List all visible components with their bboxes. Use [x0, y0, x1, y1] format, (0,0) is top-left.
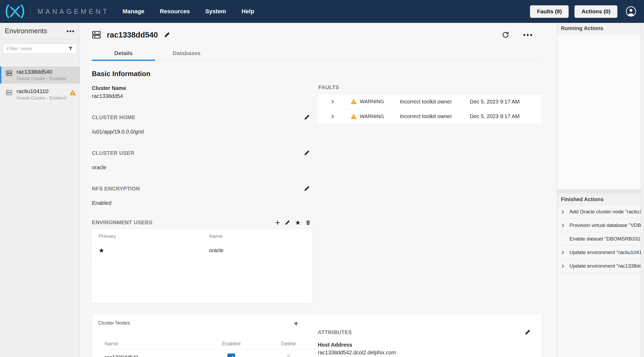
nfs-encryption-section: NFS ENCRYPTION Enabled — [92, 185, 312, 206]
details-grid: Basic Information Cluster Name rac1338dd… — [92, 61, 542, 303]
delete-node-trash-icon-disabled — [286, 354, 291, 357]
environment-list: rac1338dd540 Oracle Cluster - Enabled — [0, 67, 80, 105]
environment-item-rac1338dd540[interactable]: rac1338dd540 Oracle Cluster - Enabled — [0, 67, 80, 84]
basic-information-heading: Basic Information — [92, 70, 312, 78]
fault-severity: WARNING — [360, 114, 400, 119]
finished-action-item[interactable]: Update environment "rac1338dd54… — [557, 259, 644, 273]
fault-title: Incorrect toolkit owner — [400, 99, 470, 105]
menu-item-help[interactable]: Help — [242, 8, 254, 15]
fault-row[interactable]: WARNING Incorrect toolkit owner Dec 5, 2… — [318, 109, 542, 124]
server-icon — [5, 69, 13, 77]
faults-list: WARNING Incorrect toolkit owner Dec 5, 2… — [318, 94, 542, 124]
sidebar-ellipsis-icon[interactable]: ••• — [67, 30, 75, 32]
user-name: oracle — [209, 247, 312, 254]
environment-subtitle: Oracle Cluster - Enabled — [17, 96, 66, 101]
cluster-home-value: /u01/app/19.0.0.0/grid — [92, 129, 312, 135]
environment-item-ractiu104110[interactable]: ractiu104110 Oracle Cluster - Enabled — [0, 86, 80, 103]
edit-title-pencil-icon[interactable] — [164, 32, 170, 38]
edit-cluster-home-pencil-icon[interactable] — [304, 114, 310, 121]
column-delete: Delete — [281, 341, 296, 347]
page-title: rac1338dd540 — [107, 31, 158, 39]
add-node-icon[interactable]: + — [294, 320, 299, 327]
environment-filter-input[interactable] — [3, 44, 76, 54]
cluster-nodes-label: Cluster Nodes — [98, 320, 130, 326]
environment-users-toolbar: + ★ — [275, 220, 312, 226]
add-user-icon[interactable]: + — [275, 220, 280, 226]
finished-action-item[interactable]: Enable dataset "DBOMSRB331B3". — [557, 232, 644, 246]
basic-info-column: Basic Information Cluster Name rac1338dd… — [92, 61, 312, 303]
sidebar-header: Environments ••• — [0, 23, 80, 39]
nfs-encryption-label: NFS ENCRYPTION — [92, 186, 140, 192]
running-actions-header: Running Actions — [557, 23, 644, 34]
delete-user-trash-icon[interactable] — [305, 220, 311, 226]
menu-item-system[interactable]: System — [205, 8, 226, 15]
brand-label: MANAGEMENT — [38, 8, 109, 15]
finished-action-label: Provision virtual database "VDBO_… — [569, 222, 644, 228]
user-avatar-icon[interactable] — [625, 6, 637, 17]
actions-button[interactable]: Actions (0) — [574, 5, 617, 18]
finished-action-item[interactable]: Add Oracle cluster node "ractiu104… — [557, 205, 644, 219]
faults-column: FAULTS WARNING Incorrect toolkit owner D… — [318, 61, 542, 303]
finished-action-item[interactable]: Provision virtual database "VDBO_… — [557, 219, 644, 232]
attributes-pane: ATTRIBUTES Host Address rac1338dd542.dco… — [318, 314, 541, 357]
attributes-label: ATTRIBUTES — [318, 329, 352, 335]
edit-attributes-pencil-icon[interactable] — [524, 329, 531, 335]
enabled-checkbox[interactable] — [227, 354, 235, 357]
page-header: rac1338dd540 — [92, 27, 542, 43]
chevron-right-icon — [561, 251, 565, 255]
table-row[interactable]: ★ oracle — [92, 243, 312, 258]
app-window: MANAGEMENT Manage Resources System Help … — [0, 0, 644, 357]
splitter-grip-icon — [586, 191, 616, 193]
main-panel: rac1338dd540 Details Databases — [80, 23, 557, 357]
cluster-user-section: CLUSTER USER oracle — [92, 150, 312, 171]
environment-subtitle: Oracle Cluster - Enabled — [17, 76, 66, 81]
environment-users-section: ENVIRONMENT USERS + ★ Primary N — [92, 219, 312, 303]
fault-date: Dec 5, 2023 9:17 AM — [470, 113, 520, 119]
environment-item-text: ractiu104110 Oracle Cluster - Enabled — [17, 88, 66, 103]
finished-action-label: Enable dataset "DBOMSRB331B3". — [569, 236, 644, 242]
finished-action-item[interactable]: Update environment "ractiu104110". — [557, 246, 644, 259]
chevron-right-icon — [561, 223, 565, 227]
actions-sidebar: Running Actions Finished Actions Add Ora… — [557, 23, 644, 357]
navbar-right: Faults (8) Actions (0) — [530, 5, 637, 18]
column-name: Name — [105, 341, 203, 347]
table-row[interactable]: rac1338dd541 — [98, 350, 318, 357]
vertical-scrollbar[interactable] — [641, 23, 644, 357]
edit-cluster-user-pencil-icon[interactable] — [304, 150, 310, 156]
tab-details[interactable]: Details — [92, 47, 155, 61]
chevron-right-icon[interactable] — [331, 99, 335, 104]
cluster-home-label: CLUSTER HOME — [92, 114, 136, 121]
fault-date: Dec 5, 2023 9:17 AM — [470, 99, 520, 105]
faults-section: FAULTS WARNING Incorrect toolkit owner D… — [318, 84, 542, 124]
detail-tabs: Details Databases — [92, 47, 542, 61]
header-actions — [502, 31, 542, 39]
menu-item-manage[interactable]: Manage — [123, 8, 144, 15]
host-address-value: rac1338dd542.dcol2.delphix.com — [318, 350, 531, 356]
tab-databases[interactable]: Databases — [155, 47, 218, 61]
fault-row[interactable]: WARNING Incorrect toolkit owner Dec 5, 2… — [318, 94, 542, 109]
chevron-right-icon — [561, 210, 565, 214]
edit-nfs-encryption-pencil-icon[interactable] — [304, 185, 310, 192]
filter-funnel-icon[interactable] — [68, 46, 73, 51]
fault-severity: WARNING — [360, 99, 400, 105]
environment-item-text: rac1338dd540 Oracle Cluster - Enabled — [17, 69, 66, 84]
finished-action-label: Update environment "rac1338dd54… — [569, 263, 644, 269]
warning-triangle-icon — [351, 114, 357, 119]
edit-user-pencil-icon[interactable] — [284, 220, 290, 226]
warning-triangle-icon — [351, 99, 357, 104]
delphix-logo-icon — [5, 3, 25, 19]
refresh-icon[interactable] — [502, 31, 510, 39]
set-primary-star-icon[interactable]: ★ — [295, 220, 301, 226]
menu-item-resources[interactable]: Resources — [160, 8, 190, 15]
faults-button[interactable]: Faults (8) — [530, 5, 569, 18]
nfs-encryption-value: Enabled — [92, 200, 312, 206]
panel-splitter-handle[interactable] — [557, 189, 644, 194]
more-options-ellipsis-icon[interactable] — [523, 34, 532, 36]
server-icon — [5, 89, 13, 96]
server-icon — [92, 31, 101, 39]
environment-users-header-row: Primary Name — [92, 229, 312, 243]
environment-name: ractiu104110 — [17, 88, 66, 94]
column-name: Name — [209, 233, 312, 239]
finished-action-label: Add Oracle cluster node "ractiu104… — [569, 209, 644, 215]
chevron-right-icon[interactable] — [331, 114, 335, 119]
